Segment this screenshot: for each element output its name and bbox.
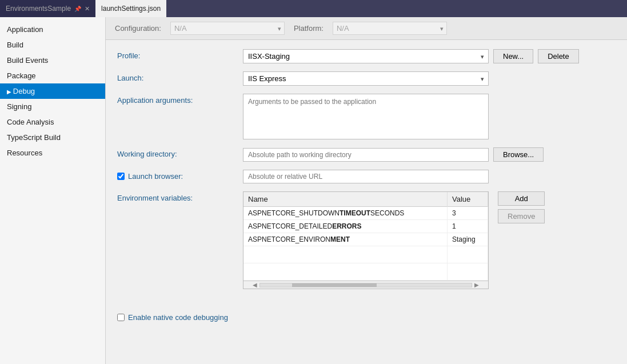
- working-dir-label: Working directory:: [117, 147, 243, 158]
- config-bar: Configuration: N/A Platform: N/A: [106, 17, 627, 40]
- sidebar-item-signing[interactable]: Signing: [0, 99, 105, 114]
- platform-label: Platform:: [294, 24, 324, 33]
- native-debug-checkbox[interactable]: [117, 314, 125, 321]
- delete-button[interactable]: Delete: [538, 49, 579, 63]
- profile-select[interactable]: IISX-Staging: [243, 49, 489, 63]
- scroll-track[interactable]: [259, 283, 472, 287]
- platform-select-wrapper: N/A: [333, 22, 447, 35]
- env-vars-label: Environment variables:: [117, 191, 243, 202]
- table-row-empty[interactable]: [243, 263, 488, 281]
- env-buttons-area: Add Remove: [498, 191, 545, 223]
- app-args-row: Application arguments:: [117, 94, 616, 139]
- table-row[interactable]: ASPNETCORE_DETAILEDERRORS 1: [243, 220, 488, 233]
- sidebar-item-typescript-build[interactable]: TypeScript Build: [0, 130, 105, 145]
- launch-browser-row: Launch browser:: [117, 170, 616, 183]
- env-scrollbar: ◀ ▶: [243, 281, 488, 289]
- add-button[interactable]: Add: [498, 191, 545, 206]
- launch-browser-label: Launch browser:: [128, 172, 183, 181]
- env-value-cell: 1: [448, 220, 488, 233]
- configuration-label: Configuration:: [115, 24, 161, 33]
- app-args-textarea[interactable]: [243, 94, 489, 139]
- profile-select-wrap: IISX-Staging: [243, 49, 489, 63]
- main-container: Application Build Build Events Package D…: [0, 17, 627, 364]
- app-args-control-area: [243, 94, 616, 139]
- table-row[interactable]: ASPNETCORE_ENVIRONMENT Staging: [243, 233, 488, 246]
- launch-select[interactable]: IIS Express: [243, 71, 489, 86]
- content-area: Configuration: N/A Platform: N/A Profile…: [106, 17, 627, 364]
- working-dir-input[interactable]: [243, 148, 489, 162]
- table-row-empty[interactable]: [243, 246, 488, 263]
- sidebar: Application Build Build Events Package D…: [0, 17, 106, 364]
- working-dir-control-area: Browse...: [243, 147, 616, 162]
- launch-select-wrap: IIS Express: [243, 71, 489, 86]
- profile-row: Profile: IISX-Staging New... Delete: [117, 49, 616, 63]
- tab-launch-settings[interactable]: launchSettings.json: [95, 0, 166, 17]
- env-table-container: Name Value ASPNETCORE_SHUTDOWNTIMEOUTSEC…: [243, 191, 489, 289]
- launch-browser-control-area: [243, 170, 616, 183]
- close-icon[interactable]: ✕: [85, 5, 90, 13]
- env-table: Name Value ASPNETCORE_SHUTDOWNTIMEOUTSEC…: [243, 192, 488, 281]
- launch-control-area: IIS Express: [243, 71, 616, 86]
- launch-row: Launch: IIS Express: [117, 71, 616, 86]
- configuration-select-wrapper: N/A: [170, 22, 285, 35]
- profile-label: Profile:: [117, 49, 243, 60]
- tab-label: EnvironmentsSample: [6, 5, 71, 13]
- env-name-cell: ASPNETCORE_DETAILEDERRORS: [243, 220, 448, 233]
- scroll-thumb: [292, 283, 377, 287]
- table-row[interactable]: ASPNETCORE_SHUTDOWNTIMEOUTSECONDS 3: [243, 207, 488, 220]
- env-name-cell: ASPNETCORE_SHUTDOWNTIMEOUTSECONDS: [243, 207, 448, 220]
- launch-browser-url-input[interactable]: [243, 170, 489, 183]
- app-args-label: Application arguments:: [117, 94, 243, 105]
- env-name-cell: ASPNETCORE_ENVIRONMENT: [243, 233, 448, 246]
- env-vars-row: Environment variables: Name Value: [117, 191, 616, 289]
- new-button[interactable]: New...: [493, 49, 533, 63]
- working-dir-row: Working directory: Browse...: [117, 147, 616, 162]
- scroll-right-arrow[interactable]: ▶: [474, 282, 479, 288]
- env-value-cell: Staging: [448, 233, 488, 246]
- sidebar-item-application[interactable]: Application: [0, 22, 105, 37]
- native-debug-row: Enable native code debugging: [106, 306, 627, 329]
- pin-icon[interactable]: 📌: [74, 6, 81, 12]
- profile-control-area: IISX-Staging New... Delete: [243, 49, 616, 63]
- tab-environments-sample[interactable]: EnvironmentsSample 📌 ✕: [0, 0, 95, 17]
- remove-button[interactable]: Remove: [498, 209, 545, 223]
- env-col-value: Value: [448, 192, 488, 207]
- sidebar-item-build-events[interactable]: Build Events: [0, 53, 105, 68]
- env-vars-control-area: Name Value ASPNETCORE_SHUTDOWNTIMEOUTSEC…: [243, 191, 616, 289]
- native-debug-label: Enable native code debugging: [128, 313, 228, 322]
- launch-label: Launch:: [117, 71, 243, 82]
- form-area: Profile: IISX-Staging New... Delete Laun…: [106, 40, 627, 306]
- configuration-select[interactable]: N/A: [170, 22, 285, 35]
- platform-select[interactable]: N/A: [333, 22, 447, 35]
- launch-browser-checkbox[interactable]: [117, 173, 125, 180]
- sidebar-item-resources[interactable]: Resources: [0, 145, 105, 161]
- title-bar: EnvironmentsSample 📌 ✕ launchSettings.js…: [0, 0, 627, 17]
- tab-label: launchSettings.json: [101, 5, 161, 13]
- env-col-name: Name: [243, 192, 448, 207]
- sidebar-item-debug[interactable]: Debug: [0, 83, 105, 99]
- scroll-left-arrow[interactable]: ◀: [253, 282, 257, 288]
- env-value-cell: 3: [448, 207, 488, 220]
- sidebar-item-package[interactable]: Package: [0, 68, 105, 83]
- sidebar-item-build[interactable]: Build: [0, 37, 105, 53]
- browse-button[interactable]: Browse...: [493, 147, 544, 162]
- sidebar-item-code-analysis[interactable]: Code Analysis: [0, 114, 105, 130]
- launch-browser-label-area: Launch browser:: [117, 170, 243, 181]
